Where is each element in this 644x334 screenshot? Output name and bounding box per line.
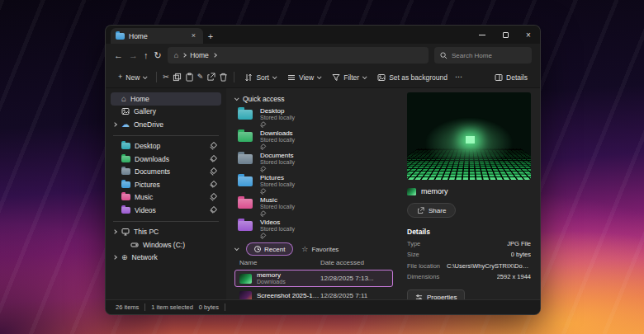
pin-icon: [260, 189, 265, 194]
sort-button[interactable]: Sort: [240, 71, 280, 84]
sidebar-item-this-pc[interactable]: This PC: [111, 226, 221, 239]
minimize-button[interactable]: [471, 26, 494, 44]
quick-access-item-videos[interactable]: Videos Stored locally: [234, 217, 393, 239]
pin-icon: [210, 194, 216, 200]
tab-recent[interactable]: Recent: [246, 242, 293, 256]
documents-folder-icon: [238, 154, 253, 164]
detail-field-size: Size 0 bytes: [407, 251, 531, 258]
quick-access-header[interactable]: Quick access: [234, 92, 393, 106]
quick-access-item-pictures[interactable]: Pictures Stored locally: [234, 172, 393, 195]
window-controls: ×: [471, 26, 540, 44]
downloads-folder-icon: [121, 156, 130, 162]
status-bar: 26 items 1 item selected 0 bytes: [106, 299, 540, 314]
delete-icon[interactable]: [219, 73, 228, 82]
expander-icon[interactable]: [112, 122, 117, 127]
copy-icon[interactable]: [173, 73, 182, 82]
tab-favorites[interactable]: ☆ Favorites: [301, 246, 339, 253]
sidebar-item-downloads[interactable]: Downloads: [111, 153, 221, 166]
downloads-folder-icon: [238, 132, 253, 142]
expander-icon[interactable]: [112, 229, 117, 234]
new-tab-button[interactable]: +: [203, 28, 218, 44]
sidebar-item-onedrive[interactable]: ☁ OneDrive: [111, 118, 221, 131]
chevron-right-icon: [212, 53, 217, 58]
details-pane-icon: [495, 73, 503, 82]
pin-icon: [260, 122, 265, 127]
expander-icon[interactable]: [112, 255, 117, 260]
search-icon: [440, 52, 447, 59]
maximize-icon: [503, 32, 509, 38]
quick-access-item-desktop[interactable]: Desktop Stored locally: [234, 106, 393, 128]
gallery-icon: [121, 107, 130, 115]
view-icon: [287, 73, 296, 82]
folder-icon: [116, 33, 125, 40]
network-globe-icon: ⊕: [121, 254, 128, 261]
navigation-sidebar: ⌂ Home Gallery ☁ OneDrive Desktop: [106, 88, 226, 299]
filter-button[interactable]: Filter: [328, 71, 370, 84]
file-row-screenshot[interactable]: Screenshot 2025-12-28 191... 12/28/2025 …: [234, 287, 393, 299]
new-button[interactable]: + New: [114, 71, 150, 84]
forward-button[interactable]: →: [129, 51, 138, 60]
desktop-background: Home × + × ← → ↑ ↻ ⌂ Home: [0, 0, 644, 334]
sidebar-item-windows-c[interactable]: Windows (C:): [111, 238, 221, 252]
sidebar-item-network[interactable]: ⊕ Network: [111, 252, 221, 265]
breadcrumb[interactable]: Home: [190, 51, 209, 59]
details-toggle-button[interactable]: Details: [490, 71, 532, 84]
view-button[interactable]: View: [283, 71, 324, 84]
paste-icon[interactable]: [185, 73, 194, 82]
sort-icon: [244, 73, 253, 82]
desktop-folder-icon: [121, 143, 130, 149]
refresh-button[interactable]: ↻: [154, 51, 162, 60]
tab-close-icon[interactable]: ×: [189, 31, 198, 40]
detail-field-dimensions: Dimensions 2592 x 1944: [407, 273, 531, 280]
search-input[interactable]: [452, 52, 526, 59]
videos-folder-icon: [238, 221, 253, 231]
share-icon[interactable]: [206, 73, 215, 82]
image-icon: [377, 73, 386, 82]
more-icon[interactable]: ⋯: [455, 73, 462, 81]
address-bar[interactable]: ⌂ Home: [168, 47, 429, 64]
chevron-down-icon: [317, 74, 322, 79]
file-row-memory[interactable]: memory Downloads 12/28/2025 7:13...: [234, 270, 393, 287]
music-folder-icon: [238, 199, 253, 209]
file-thumbnail: [239, 291, 252, 300]
back-button[interactable]: ←: [114, 51, 123, 60]
up-button[interactable]: ↑: [144, 51, 149, 60]
share-button[interactable]: Share: [407, 203, 456, 218]
cut-icon[interactable]: ✂: [163, 73, 169, 81]
sidebar-item-pictures[interactable]: Pictures: [111, 178, 221, 191]
sidebar-item-music[interactable]: Music: [111, 191, 221, 205]
item-count: 26 items: [116, 303, 139, 311]
selected-file-name: memory: [407, 187, 531, 195]
sidebar-item-gallery[interactable]: Gallery: [111, 106, 221, 119]
music-folder-icon: [121, 194, 130, 200]
column-date-accessed[interactable]: Date accessed: [320, 259, 388, 268]
divider: [234, 72, 234, 82]
maximize-button[interactable]: [494, 26, 517, 44]
tab-home[interactable]: Home ×: [111, 28, 203, 44]
quick-access-item-music[interactable]: Music Stored locally: [234, 195, 393, 217]
close-button[interactable]: ×: [517, 26, 540, 44]
star-icon: ☆: [301, 246, 308, 253]
rename-icon[interactable]: ✎: [197, 73, 204, 81]
file-thumbnail: [239, 274, 252, 284]
file-type-icon: [407, 188, 416, 195]
quick-access-item-documents[interactable]: Documents Stored locally: [234, 150, 393, 172]
file-preview-image[interactable]: [407, 92, 531, 180]
home-icon: ⌂: [121, 95, 126, 103]
clock-icon: [254, 246, 261, 252]
videos-folder-icon: [121, 207, 130, 214]
column-name[interactable]: Name: [239, 259, 320, 268]
filter-icon: [332, 73, 340, 82]
quick-access-item-downloads[interactable]: Downloads Stored locally: [234, 128, 393, 150]
pin-icon: [260, 167, 265, 172]
set-as-background-button[interactable]: Set as background: [373, 71, 452, 84]
sidebar-item-documents[interactable]: Documents: [111, 166, 221, 179]
documents-folder-icon: [121, 168, 130, 175]
main-content: Quick access Desktop Stored locally Down…: [226, 88, 400, 299]
sidebar-item-videos[interactable]: Videos: [111, 204, 221, 217]
sidebar-item-home[interactable]: ⌂ Home: [111, 92, 221, 106]
search-box[interactable]: [434, 47, 532, 64]
command-bar: + New ✂ ✎ Sort View: [106, 67, 540, 88]
share-icon: [417, 207, 424, 214]
sidebar-item-desktop[interactable]: Desktop: [111, 140, 221, 153]
